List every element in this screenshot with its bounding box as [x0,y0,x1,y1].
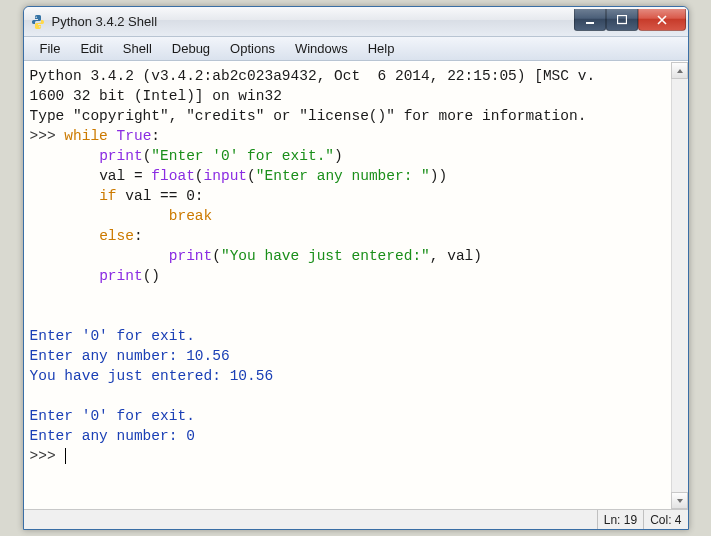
menu-debug[interactable]: Debug [162,39,220,58]
colon: : [151,128,160,144]
menu-help[interactable]: Help [358,39,405,58]
status-col: Col: 4 [643,510,687,529]
svg-rect-0 [586,22,594,24]
menu-shell[interactable]: Shell [113,39,162,58]
menu-edit[interactable]: Edit [70,39,112,58]
shell-window: Python 3.4.2 Shell File Edit Shell Debug… [23,6,689,530]
kw-break: break [169,208,213,224]
menu-options[interactable]: Options [220,39,285,58]
prompt: >>> [30,128,56,144]
true-literal: True [117,128,152,144]
fn-print-2: print [169,248,213,264]
banner-line-3: Type "copyright", "credits" or "license(… [30,108,587,124]
scroll-down-button[interactable] [671,492,688,509]
menu-file[interactable]: File [30,39,71,58]
val-ref: , val) [430,248,482,264]
fn-print: print [99,148,143,164]
out-enter-1: Enter any number: 10.56 [30,348,230,364]
window-title: Python 3.4.2 Shell [52,14,574,29]
close-button[interactable] [638,9,686,31]
str-exit: "Enter '0' for exit." [151,148,334,164]
content-area: Python 3.4.2 (v3.4.2:ab2c023a9432, Oct 6… [24,61,688,509]
str-enter: "Enter any number: " [256,168,430,184]
vertical-scrollbar[interactable] [671,62,688,509]
paren-empty: () [143,268,160,284]
assign: val = [99,168,151,184]
banner-line-1: Python 3.4.2 (v3.4.2:ab2c023a9432, Oct 6… [30,68,596,84]
text-cursor [65,448,66,464]
statusbar: Ln: 19 Col: 4 [24,509,688,529]
kw-else: else [99,228,134,244]
kw-if: if [99,188,116,204]
fn-print-3: print [99,268,143,284]
minimize-button[interactable] [574,9,606,31]
colon-2: : [134,228,143,244]
menu-windows[interactable]: Windows [285,39,358,58]
cond: val == 0: [117,188,204,204]
out-entered-1: You have just entered: 10.56 [30,368,274,384]
prompt-2: >>> [30,448,56,464]
str-entered: "You have just entered:" [221,248,430,264]
menubar: File Edit Shell Debug Options Windows He… [24,37,688,61]
titlebar[interactable]: Python 3.4.2 Shell [24,7,688,37]
fn-input: input [204,168,248,184]
banner-line-2: 1600 32 bit (Intel)] on win32 [30,88,282,104]
status-line: Ln: 19 [597,510,643,529]
out-exit-2: Enter '0' for exit. [30,408,195,424]
svg-rect-1 [617,15,626,23]
window-controls [574,9,688,31]
out-enter-2: Enter any number: 0 [30,428,195,444]
out-exit-1: Enter '0' for exit. [30,328,195,344]
fn-float: float [151,168,195,184]
scroll-up-button[interactable] [671,62,688,79]
kw-while: while [64,128,108,144]
maximize-button[interactable] [606,9,638,31]
shell-editor[interactable]: Python 3.4.2 (v3.4.2:ab2c023a9432, Oct 6… [24,62,671,509]
python-icon [30,14,46,30]
